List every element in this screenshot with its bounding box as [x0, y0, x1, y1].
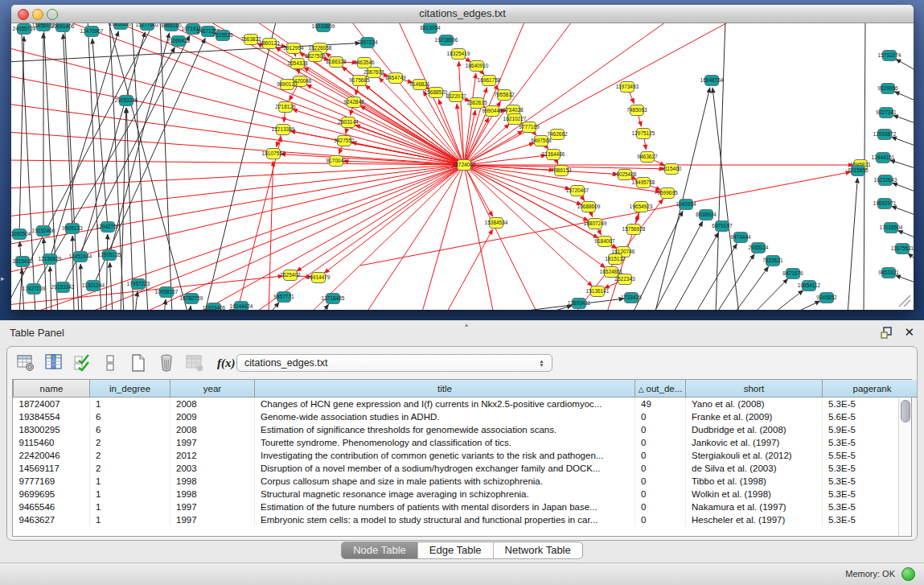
graph-edge[interactable]	[464, 165, 592, 286]
graph-node[interactable]: 8186328	[326, 57, 347, 68]
table-cell[interactable]: Tourette syndrome. Phenomenology and cla…	[255, 436, 635, 449]
function-builder-icon[interactable]: f(x)	[217, 356, 236, 370]
graph-node[interactable]: 18807249	[584, 219, 607, 229]
column-header-pagerank[interactable]: pagerank	[823, 380, 918, 398]
graph-edge[interactable]	[464, 155, 546, 165]
graph-edge[interactable]	[365, 165, 464, 310]
table-cell[interactable]: 2009	[170, 410, 255, 423]
graph-edge[interactable]	[653, 221, 703, 310]
graph-edge[interactable]	[464, 165, 494, 310]
table-cell[interactable]: Dudbridge et al. (2008)	[686, 423, 823, 436]
table-cell[interactable]: 0	[635, 449, 686, 462]
graph-node[interactable]: 15688520	[425, 88, 448, 98]
graph-node[interactable]: 2718126	[275, 102, 296, 113]
graph-node[interactable]: 10654112	[798, 281, 821, 291]
table-mode-icon[interactable]	[101, 353, 120, 373]
table-cell[interactable]: Corpus callosum shape and size in male p…	[255, 475, 635, 488]
graph-node[interactable]: 18107554	[262, 149, 285, 159]
table-cell[interactable]: 0	[635, 488, 686, 501]
graph-edge[interactable]	[713, 88, 739, 310]
graph-node[interactable]: 9242848	[343, 97, 364, 108]
table-cell[interactable]: Structural magnetic resonance image aver…	[255, 488, 635, 501]
table-cell[interactable]: 2	[90, 449, 170, 462]
select-rows-icon[interactable]	[72, 353, 92, 373]
graph-node[interactable]: 17427239	[23, 284, 46, 295]
graph-node[interactable]: 9453321	[878, 268, 899, 278]
table-cell[interactable]: 2008	[170, 423, 255, 436]
graph-node[interactable]: 15384534	[485, 218, 508, 229]
graph-edge[interactable]	[897, 230, 914, 237]
table-cell[interactable]: 1998	[170, 488, 255, 501]
table-cell[interactable]: 0	[635, 436, 686, 449]
window-resize-grip[interactable]	[899, 295, 910, 307]
table-cell[interactable]: 1	[90, 513, 170, 526]
graph-node[interactable]: 8813054	[420, 23, 441, 34]
toggle-columns-icon[interactable]	[44, 353, 64, 373]
table-cell[interactable]: Wolkin et al. (1998)	[686, 488, 823, 501]
graph-edge[interactable]	[421, 165, 464, 310]
table-cell[interactable]: 0	[635, 462, 686, 475]
close-panel-icon[interactable]: ✕	[904, 325, 914, 340]
graph-node[interactable]: 16033809	[312, 23, 335, 32]
graph-node[interactable]: 11923406	[203, 303, 226, 311]
graph-edge[interactable]	[894, 92, 914, 101]
graph-node[interactable]: 9890123	[277, 80, 298, 90]
table-cell[interactable]: Stergiakouli et al. (2012)	[686, 449, 823, 462]
graph-edge[interactable]	[92, 39, 108, 227]
graph-node[interactable]: 13718485	[322, 294, 345, 304]
graph-node[interactable]: 29053346	[115, 96, 138, 106]
table-cell[interactable]: 2012	[170, 449, 255, 462]
graph-node[interactable]: 9857771	[273, 292, 294, 303]
table-cell[interactable]: 1	[90, 398, 170, 411]
table-cell[interactable]: Embryonic stem cells: a model to study s…	[255, 513, 635, 526]
graph-edge[interactable]	[11, 47, 464, 165]
scrollbar-thumb[interactable]	[901, 400, 910, 422]
graph-node[interactable]: 11451944	[69, 252, 92, 262]
table-row[interactable]: 946362711997Embryonic stem cells: a mode…	[14, 513, 918, 526]
table-cell[interactable]: Investigating the contribution of common…	[255, 449, 635, 462]
graph-node[interactable]: 12156829	[39, 254, 62, 265]
table-cell[interactable]: 1997	[170, 436, 255, 449]
graph-edge[interactable]	[892, 183, 914, 192]
graph-edge[interactable]	[848, 178, 857, 310]
table-cell[interactable]: Hescheler et al. (1997)	[686, 513, 823, 526]
graph-edge[interactable]	[204, 23, 277, 310]
graph-node[interactable]: 16914479	[307, 273, 331, 283]
graph-edge[interactable]	[672, 233, 719, 310]
graph-edge[interactable]	[11, 104, 464, 165]
graph-node[interactable]: 8215955	[848, 166, 869, 176]
table-cell[interactable]: 18300295	[14, 423, 90, 436]
graph-node[interactable]: 7625402	[280, 270, 301, 281]
table-cell[interactable]: Estimation of significance thresholds fo…	[255, 423, 635, 436]
graph-edge[interactable]	[106, 234, 108, 310]
graph-edge[interactable]	[132, 23, 148, 310]
tab-node-table[interactable]: Node Table	[342, 542, 418, 558]
graph-node[interactable]: 8471676	[782, 269, 803, 279]
graph-node[interactable]: 9175685	[349, 76, 370, 86]
table-cell[interactable]: 0	[635, 423, 686, 436]
table-cell[interactable]: Yano et al. (2008)	[686, 398, 823, 411]
graph-node[interactable]: 12470967	[80, 27, 104, 37]
graph-node[interactable]: 12893411	[568, 299, 591, 309]
graph-edge[interactable]	[64, 23, 79, 310]
graph-node[interactable]: 12213389	[272, 125, 295, 135]
column-header-year[interactable]: year	[170, 380, 255, 398]
graph-node[interactable]: 10958167	[155, 287, 179, 298]
table-cell[interactable]: 1	[90, 475, 170, 488]
graph-node[interactable]: 16961758	[478, 76, 501, 86]
graph-edge[interactable]	[309, 165, 464, 310]
tab-edge-table[interactable]: Edge Table	[418, 542, 494, 558]
graph-node[interactable]: 15277602	[136, 23, 159, 31]
graph-node[interactable]: 3915412	[12, 257, 33, 267]
table-cell[interactable]: 2008	[170, 398, 255, 411]
graph-node[interactable]: 7515526	[212, 31, 233, 41]
table-cell[interactable]: 0	[635, 410, 686, 423]
table-cell[interactable]: 1998	[170, 475, 255, 488]
table-cell[interactable]: Changes of HCN gene expression and I(f) …	[255, 398, 635, 411]
table-cell[interactable]: 1	[90, 501, 170, 513]
table-cell[interactable]: 6	[90, 423, 170, 436]
graph-node[interactable]: 8454749	[385, 73, 406, 84]
graph-node[interactable]: 16210643	[874, 175, 897, 186]
graph-node[interactable]: 10688609	[577, 202, 601, 212]
graph-node[interactable]: 21364486	[542, 150, 565, 160]
